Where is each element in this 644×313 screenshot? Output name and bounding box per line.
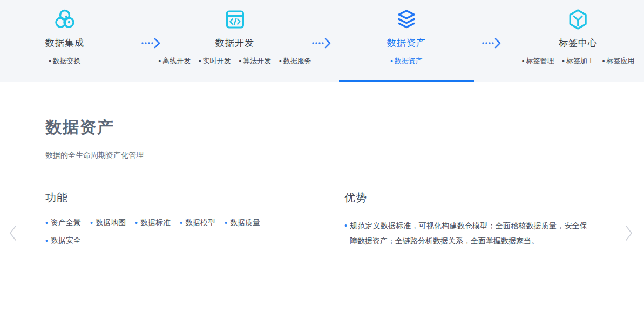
advantages-heading: 优势 xyxy=(344,190,598,205)
subitem-link[interactable]: •算法开发 xyxy=(239,56,272,66)
step-data-integration[interactable]: 数据集成 •数据交换 xyxy=(45,8,84,66)
subitem-link[interactable]: •标签管理 xyxy=(522,56,554,66)
advantages-section: 优势 • 规范定义数据标准，可视化构建数仓模型；全面稽核数据质量，安全保障数据资… xyxy=(344,190,598,248)
step-title[interactable]: 数据资产 xyxy=(387,37,426,49)
chevron-left-icon xyxy=(9,224,17,243)
bullet-icon: • xyxy=(239,57,242,65)
bullet-icon: • xyxy=(49,57,51,65)
step-tag-center[interactable]: 标签中心 •标签管理 •标签加工 •标签应用 xyxy=(522,8,635,66)
page-subtitle: 数据的全生命周期资产化管理 xyxy=(45,151,644,160)
step-subitems: •离线开发 •实时开发 •算法开发 •数据服务 xyxy=(158,56,311,66)
feature-item: •数据标准 xyxy=(135,218,180,228)
advantage-item: • 规范定义数据标准，可视化构建数仓模型；全面稽核数据质量，安全保障数据资产；全… xyxy=(344,218,598,248)
feature-row: •数据安全 xyxy=(45,236,344,246)
layers-icon xyxy=(395,8,418,31)
subitem-link[interactable]: •实时开发 xyxy=(199,56,231,66)
chevron-right-icon xyxy=(625,224,633,243)
carousel-next-button[interactable] xyxy=(622,223,635,244)
step-data-assets[interactable]: 数据资产 •数据资产 xyxy=(387,8,426,66)
bullet-icon: • xyxy=(45,236,48,245)
bullet-icon: • xyxy=(279,57,282,65)
step-subitems: •数据交换 xyxy=(49,56,81,66)
knot-icon xyxy=(53,8,77,31)
process-nav: 数据集成 •数据交换 数据开发 •离线开发 •实时开发 xyxy=(0,0,644,82)
dotted-arrow-icon xyxy=(311,37,332,51)
subitem-link[interactable]: •数据服务 xyxy=(279,56,311,66)
feature-item: •数据安全 xyxy=(45,236,90,246)
subitem-link[interactable]: •数据交换 xyxy=(49,56,81,66)
step-title[interactable]: 标签中心 xyxy=(559,37,598,49)
step-subitems: •数据资产 xyxy=(390,56,423,66)
advantage-text: 规范定义数据标准，可视化构建数仓模型；全面稽核数据质量，安全保障数据资产；全链路… xyxy=(350,218,587,248)
step-data-development[interactable]: 数据开发 •离线开发 •实时开发 •算法开发 •数据服务 xyxy=(158,8,311,66)
step-title[interactable]: 数据集成 xyxy=(45,37,84,49)
bullet-icon: • xyxy=(602,57,605,65)
step-detail-panel: 数据资产 数据的全生命周期资产化管理 功能 •资产全景 •数据地图 •数据标准 … xyxy=(0,82,644,248)
dotted-arrow-icon xyxy=(482,37,502,51)
bullet-icon: • xyxy=(180,219,182,227)
feature-item: •数据地图 xyxy=(90,218,135,228)
feature-item: •资产全景 xyxy=(45,218,90,228)
step-subitems: •标签管理 •标签加工 •标签应用 xyxy=(522,56,635,66)
bullet-icon: • xyxy=(90,219,93,227)
bullet-icon: • xyxy=(135,219,138,227)
subitem-link[interactable]: •标签加工 xyxy=(562,56,594,66)
bullet-icon: • xyxy=(390,57,393,65)
feature-item: •数据模型 xyxy=(180,218,225,228)
cube-icon xyxy=(566,8,590,31)
subitem-link[interactable]: •数据资产 xyxy=(390,56,423,66)
code-window-icon xyxy=(223,8,247,31)
bullet-icon: • xyxy=(158,57,161,65)
bullet-icon: • xyxy=(522,57,525,65)
page-title: 数据资产 xyxy=(45,117,644,139)
step-title[interactable]: 数据开发 xyxy=(215,37,254,49)
bullet-icon: • xyxy=(344,218,347,248)
feature-row: •资产全景 •数据地图 •数据标准 •数据模型 •数据质量 xyxy=(45,218,344,228)
bullet-icon: • xyxy=(562,57,565,65)
subitem-link[interactable]: •标签应用 xyxy=(602,56,635,66)
feature-item: •数据质量 xyxy=(225,218,269,228)
carousel-prev-button[interactable] xyxy=(6,223,19,244)
bullet-icon: • xyxy=(45,219,48,227)
bullet-icon: • xyxy=(199,57,201,65)
bullet-icon: • xyxy=(225,219,227,227)
functions-section: 功能 •资产全景 •数据地图 •数据标准 •数据模型 •数据质量 •数据安全 xyxy=(45,190,344,248)
subitem-link[interactable]: •离线开发 xyxy=(158,56,191,66)
functions-heading: 功能 xyxy=(45,190,344,205)
